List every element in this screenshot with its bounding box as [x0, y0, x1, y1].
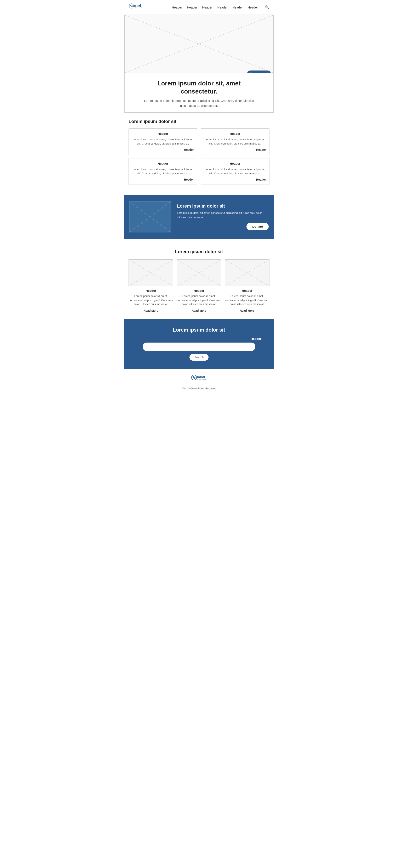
nav-link-4[interactable]: Header	[217, 6, 227, 9]
svg-text:mind: mind	[134, 4, 141, 7]
image-card-2-text: Lorem ipsum dolor sit amet, consectetur …	[177, 294, 221, 306]
footer: mind for better mental health Mind 2020 …	[124, 369, 274, 394]
footer-logo: mind for better mental health	[191, 373, 207, 385]
nav-links: Header Header Header Header Header Heade…	[172, 5, 269, 9]
image-card-3-header: Header	[225, 289, 269, 292]
donate-title: Lorem ipsum dolor sit	[177, 204, 269, 209]
newsletter-label: Header	[129, 337, 269, 340]
card-3: Header Lorem ipsum dolor sit amet, conse…	[129, 158, 197, 185]
donate-content: Lorem ipsum dolor sit Lorem ipsum dolor …	[177, 204, 269, 230]
card-4-body: Lorem ipsum dolor sit amet, consectetur …	[204, 167, 266, 176]
image-cards-grid: Header Lorem ipsum dolor sit amet, conse…	[129, 259, 269, 312]
search-button[interactable]: Search	[190, 354, 208, 361]
image-card-3: Header Lorem ipsum dolor sit amet, conse…	[225, 259, 269, 312]
svg-text:for better mental health: for better mental health	[197, 379, 207, 380]
newsletter-title: Lorem ipsum dolor sit	[129, 327, 269, 333]
donate-image-placeholder	[129, 202, 171, 232]
newsletter-section: Lorem ipsum dolor sit Header Search	[124, 319, 274, 369]
donate-button[interactable]: Donate	[246, 223, 269, 230]
image-card-2-header: Header	[177, 289, 221, 292]
image-card-3-text: Lorem ipsum dolor sit amet, consectetur …	[225, 294, 269, 306]
hero-section: Need help now? Lorem ipsum dolor sit, am…	[124, 15, 274, 113]
navbar: mind for better mental health Header Hea…	[124, 0, 274, 15]
section1-title: Lorem ipsum dolor sit	[129, 119, 269, 124]
card-2-header: Header	[204, 132, 266, 135]
card-3-header: Header	[132, 162, 194, 165]
cards-grid: Header Lorem ipsum dolor sit amet, conse…	[129, 128, 269, 185]
read-more-2[interactable]: Read More	[192, 309, 206, 312]
card-3-body: Lorem ipsum dolor sit amet, consectetur …	[132, 167, 194, 176]
card-1-body: Lorem ipsum dolor sit amet, consectetur …	[132, 137, 194, 146]
card-4-header: Header	[204, 162, 266, 165]
search-icon[interactable]: 🔍	[265, 5, 269, 9]
nav-link-1[interactable]: Header	[172, 6, 182, 9]
read-more-1[interactable]: Read More	[143, 309, 158, 312]
nav-link-5[interactable]: Header	[233, 6, 243, 9]
card-2: Header Lorem ipsum dolor sit amet, conse…	[201, 128, 269, 155]
nav-link-3[interactable]: Header	[202, 6, 212, 9]
nav-link-6[interactable]: Header	[248, 6, 258, 9]
section-image-cards: Lorem ipsum dolor sit Header Lorem ipsum…	[124, 243, 274, 319]
section-cards: Lorem ipsum dolor sit Header Lorem ipsum…	[124, 113, 274, 191]
read-more-3[interactable]: Read More	[240, 309, 255, 312]
section3-title: Lorem ipsum dolor sit	[129, 249, 269, 254]
image-card-1-text: Lorem ipsum dolor sit amet, consectetur …	[129, 294, 173, 306]
hero-subtitle: Lorem ipsum dolor sit amet, consectetur …	[141, 98, 257, 108]
hero-text-block: Lorem ipsum dolor sit, amet consectetur.…	[125, 73, 273, 113]
newsletter-input[interactable]	[143, 343, 255, 351]
donate-text: Lorem ipsum dolor sit amet, consectetur …	[177, 211, 269, 220]
image-card-2: Header Lorem ipsum dolor sit amet, conse…	[177, 259, 221, 312]
card-3-footer: Header	[132, 178, 194, 181]
need-help-button[interactable]: Need help now?	[247, 70, 271, 73]
hero-title: Lorem ipsum dolor sit, amet consectetur.	[141, 79, 257, 95]
card-4-footer: Header	[204, 178, 266, 181]
card-1-footer: Header	[132, 148, 194, 151]
image-card-1-header: Header	[129, 289, 173, 292]
hero-placeholder-box	[125, 15, 273, 73]
card-4: Header Lorem ipsum dolor sit amet, conse…	[201, 158, 269, 185]
card-1: Header Lorem ipsum dolor sit amet, conse…	[129, 128, 197, 155]
card-2-footer: Header	[204, 148, 266, 151]
svg-text:for better mental health: for better mental health	[134, 7, 143, 8]
hero-image: Need help now?	[125, 15, 273, 73]
image-card-2-image	[177, 259, 221, 286]
footer-copyright: Mind 2020 All Rights Reserved	[182, 387, 216, 390]
image-card-1: Header Lorem ipsum dolor sit amet, conse…	[129, 259, 173, 312]
card-1-header: Header	[132, 132, 194, 135]
donate-section: Lorem ipsum dolor sit Lorem ipsum dolor …	[124, 195, 274, 239]
card-2-body: Lorem ipsum dolor sit amet, consectetur …	[204, 137, 266, 146]
nav-link-2[interactable]: Header	[187, 6, 197, 9]
svg-text:mind: mind	[197, 375, 205, 379]
image-card-3-image	[225, 259, 269, 286]
image-card-1-image	[129, 259, 173, 286]
logo[interactable]: mind for better mental health	[129, 2, 143, 12]
